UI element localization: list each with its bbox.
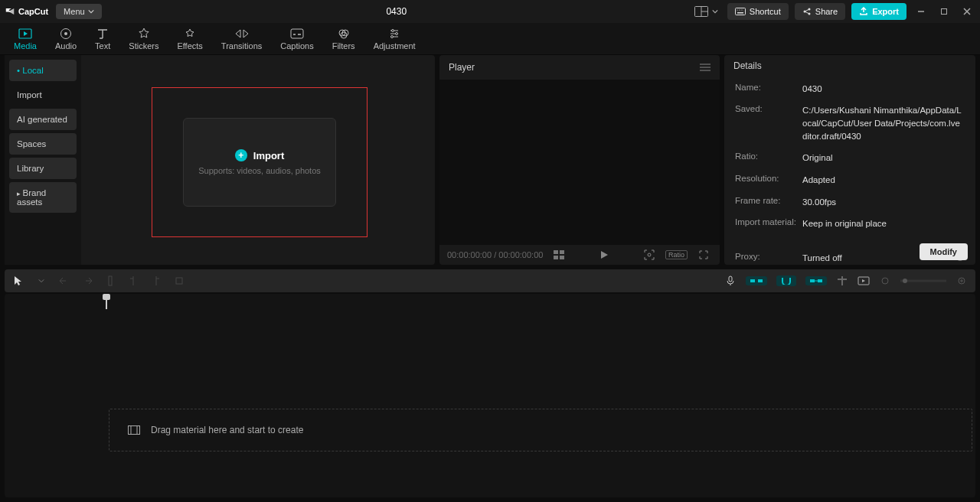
select-tool[interactable] [12, 275, 24, 287]
sidebar-label: Local [22, 66, 44, 75]
clip-icon [128, 425, 140, 435]
modify-button[interactable]: Modify [920, 243, 968, 260]
zoom-slider[interactable] [900, 275, 946, 287]
svg-point-15 [64, 32, 67, 35]
track-drop-hint[interactable]: Drag material here and start to create [109, 409, 972, 451]
captions-icon [290, 27, 304, 41]
magnet-toggle[interactable] [776, 275, 796, 286]
share-button[interactable]: Share [795, 3, 845, 20]
mic-button[interactable] [724, 275, 737, 287]
tab-label: Audio [55, 41, 77, 51]
import-label: Import [253, 150, 284, 161]
preview-button[interactable] [858, 275, 870, 287]
tab-media[interactable]: Media [6, 25, 44, 52]
minimize-button[interactable] [913, 3, 929, 20]
detail-key: Resolution: [735, 174, 802, 187]
svg-rect-33 [729, 276, 732, 282]
tab-captions[interactable]: Captions [273, 25, 321, 52]
svg-rect-34 [750, 279, 755, 282]
tab-label: Text [95, 41, 110, 51]
svg-point-40 [882, 278, 888, 284]
undo-button[interactable] [58, 275, 70, 287]
detail-key: Ratio: [735, 152, 802, 165]
timeline[interactable]: Drag material here and start to create [5, 294, 975, 497]
close-button[interactable] [959, 3, 975, 20]
sidebar-label: Library [17, 164, 44, 173]
player-menu-icon[interactable] [700, 64, 710, 71]
sidebar-item-spaces[interactable]: Spaces [9, 133, 77, 155]
maximize-button[interactable] [936, 3, 952, 20]
timeline-toolbar [5, 269, 975, 292]
detail-key: Frame rate: [735, 196, 802, 209]
focus-icon[interactable] [641, 249, 658, 261]
detail-key: Import material: [735, 217, 802, 230]
zoom-out-button[interactable] [879, 275, 891, 287]
audio-icon [59, 27, 73, 41]
svg-rect-29 [560, 256, 564, 259]
detail-key: Name: [735, 83, 802, 96]
capcut-logo-icon [5, 6, 15, 17]
detail-value: 0430 [802, 83, 965, 96]
split-button[interactable] [104, 275, 116, 287]
align-button[interactable] [836, 275, 848, 287]
sidebar-item-local[interactable]: Local [9, 60, 77, 81]
maximize-icon [939, 7, 949, 16]
detail-value: Keep in original place [802, 217, 965, 230]
sidebar-label: Import [17, 90, 42, 99]
sidebar-label: Brand assets [17, 188, 46, 207]
close-icon [962, 7, 972, 16]
play-button[interactable] [596, 249, 612, 261]
playhead[interactable] [106, 295, 107, 309]
layout-button[interactable] [691, 3, 721, 20]
detail-value: C:/Users/Kushani Nimanthika/AppData/Loca… [802, 104, 965, 142]
tab-stickers[interactable]: Stickers [121, 25, 166, 52]
menu-button[interactable]: Menu [56, 4, 102, 19]
ratio-button[interactable]: Ratio [665, 250, 688, 259]
tab-filters[interactable]: Filters [325, 25, 363, 52]
menu-label: Menu [64, 7, 85, 16]
app-logo: CapCut [5, 6, 48, 17]
svg-point-30 [648, 253, 651, 256]
svg-rect-7 [737, 12, 743, 14]
export-icon [859, 7, 868, 16]
details-panel: Details Name:0430 Saved:C:/Users/Kushani… [724, 55, 975, 265]
shortcut-button[interactable]: Shortcut [727, 3, 789, 20]
cut-left-button[interactable] [127, 275, 139, 287]
svg-point-20 [392, 30, 394, 32]
sidebar-item-import[interactable]: Import [9, 84, 77, 106]
media-panel: Local Import AI generated Spaces Library… [5, 55, 435, 265]
tab-label: Media [14, 41, 37, 51]
tab-label: Adjustment [374, 41, 416, 51]
details-title: Details [733, 60, 762, 71]
link-toggle[interactable] [805, 276, 827, 285]
player-timecode: 00:00:00:00 / 00:00:00:00 [447, 250, 543, 259]
chevron-down-icon [712, 8, 718, 15]
sidebar-item-library[interactable]: Library [9, 158, 77, 179]
text-icon [96, 27, 109, 41]
tab-adjustment[interactable]: Adjustment [366, 25, 423, 52]
stickers-icon [137, 27, 151, 41]
player-canvas[interactable] [439, 80, 720, 245]
fullscreen-icon[interactable] [695, 249, 712, 261]
tab-transitions[interactable]: Transitions [214, 25, 270, 52]
chevron-down-icon [88, 8, 94, 15]
tab-audio[interactable]: Audio [47, 25, 84, 52]
shortcut-label: Shortcut [750, 7, 781, 16]
svg-point-5 [739, 9, 740, 10]
export-label: Export [872, 7, 899, 16]
redo-button[interactable] [81, 275, 93, 287]
cut-right-button[interactable] [150, 275, 162, 287]
sidebar-item-ai[interactable]: AI generated [9, 109, 77, 130]
sidebar-item-brand[interactable]: Brand assets [9, 182, 77, 213]
import-dropzone[interactable]: + Import Supports: videos, audios, photo… [152, 87, 368, 237]
export-button[interactable]: Export [851, 3, 906, 20]
detail-key: Proxy: [735, 252, 802, 265]
delete-button[interactable] [173, 275, 185, 287]
zoom-in-button[interactable] [956, 275, 968, 287]
tool-dropdown[interactable] [35, 275, 47, 287]
snap-toggle[interactable] [746, 276, 767, 285]
tab-effects[interactable]: Effects [169, 25, 210, 52]
thumbnails-icon[interactable] [550, 249, 567, 261]
tab-label: Effects [177, 41, 202, 51]
tab-text[interactable]: Text [87, 25, 118, 52]
